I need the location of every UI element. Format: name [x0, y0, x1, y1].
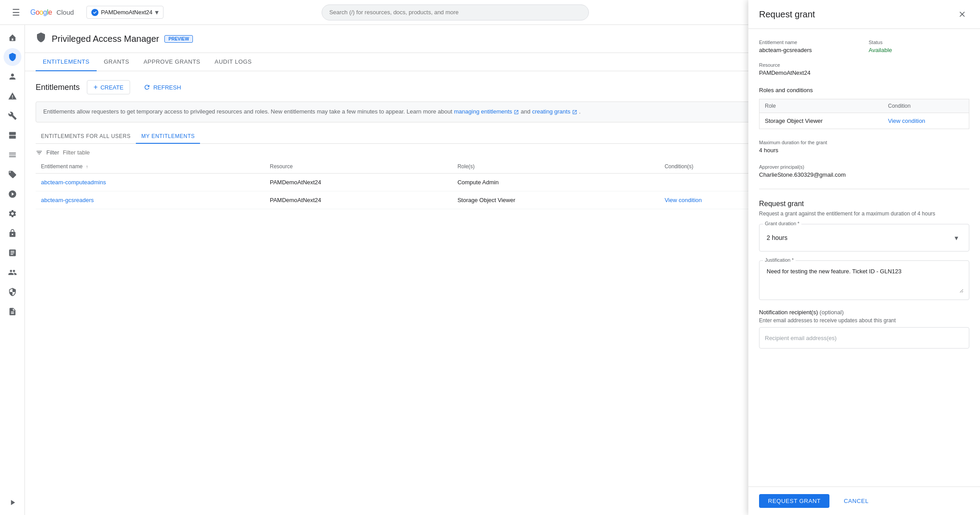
role-value: Storage Object Viewer — [760, 113, 883, 129]
row2-name: abcteam-gcsreaders — [36, 191, 265, 209]
cloud-text: Cloud — [57, 8, 74, 16]
row1-resource: PAMDemoAtNext24 — [265, 173, 452, 191]
nav-database-icon[interactable] — [4, 126, 21, 144]
nav-settings-icon[interactable] — [4, 205, 21, 223]
filter-input[interactable] — [63, 149, 138, 156]
nav-people-icon[interactable] — [4, 264, 21, 281]
request-grant-panel: Request grant Entitlement name abcteam-g… — [748, 25, 980, 515]
tab-approve-grants[interactable]: APPROVE GRANTS — [136, 53, 208, 71]
tab-audit-logs[interactable]: AUDIT LOGS — [208, 53, 259, 71]
panel-body: Entitlement name abcteam-gcsreaders Stat… — [748, 29, 980, 487]
entitlement-name-label: Entitlement name — [759, 40, 860, 45]
row1-roles: Compute Admin — [452, 173, 659, 191]
nav-logs-icon[interactable] — [4, 303, 21, 320]
preview-badge: PREVIEW — [164, 35, 193, 43]
nav-list-icon[interactable] — [4, 146, 21, 164]
managing-link[interactable]: managing entitlements — [454, 108, 519, 115]
request-form-title: Request grant — [759, 200, 969, 208]
project-dropdown-icon: ▾ — [155, 8, 159, 16]
notification-group: Notification recipient(s) (optional) Ent… — [759, 309, 969, 349]
google-cloud-logo: Google Cloud — [30, 8, 74, 16]
nav-lock-icon[interactable] — [4, 224, 21, 242]
search-bar — [322, 4, 589, 20]
notification-optional: (optional) — [820, 309, 844, 316]
justification-legend: Justification * — [763, 257, 796, 263]
project-name: PAMDemoAtNext24 — [101, 9, 152, 16]
justification-group: Justification * Need for testing the new… — [759, 260, 969, 300]
menu-icon[interactable]: ☰ — [7, 4, 25, 21]
notification-label: Notification recipient(s) — [759, 309, 818, 316]
info-and: and — [521, 108, 532, 115]
col-resource[interactable]: Resource — [265, 160, 452, 174]
roles-table: Role Condition Storage Object Viewer Vie… — [759, 99, 969, 129]
roles-table-row: Storage Object Viewer View condition — [760, 113, 969, 129]
nav-home-icon[interactable] — [4, 28, 21, 46]
info-text: Entitlements allow requesters to get tem… — [43, 108, 454, 115]
nav-alert-icon[interactable] — [4, 87, 21, 105]
nav-reports-icon[interactable] — [4, 244, 21, 262]
nav-admin-icon[interactable] — [4, 283, 21, 301]
approver-value: CharlieStone.630329@gmail.com — [759, 171, 969, 178]
notification-email-input[interactable] — [759, 327, 969, 349]
plus-icon: + — [94, 83, 98, 91]
justification-fieldset: Justification * Need for testing the new… — [759, 260, 969, 300]
max-duration-label: Maximum duration for the grant — [759, 140, 969, 145]
tab-entitlements[interactable]: ENTITLEMENTS — [36, 53, 97, 71]
project-selector[interactable]: PAMDemoAtNext24 ▾ — [86, 6, 163, 19]
col-roles[interactable]: Role(s) — [452, 160, 659, 174]
resource-value: PAMDemoAtNext24 — [759, 69, 860, 76]
nav-tools-icon[interactable] — [4, 107, 21, 125]
section-title: Entitlements — [36, 83, 80, 92]
roles-col-role: Role — [760, 99, 883, 113]
row1-name: abcteam-computeadmins — [36, 173, 265, 191]
row2-name-link[interactable]: abcteam-gcsreaders — [41, 197, 94, 203]
notification-desc: Enter email addresses to receive updates… — [759, 317, 969, 324]
cancel-button[interactable]: CANCEL — [835, 494, 878, 508]
nav-user-icon[interactable] — [4, 68, 21, 85]
notification-header: Notification recipient(s) (optional) — [759, 309, 969, 316]
meta-resource: Resource PAMDemoAtNext24 — [759, 62, 860, 76]
grant-duration-select[interactable]: 1 hour 2 hours 3 hours 4 hours — [765, 230, 964, 246]
filter-icon — [36, 149, 43, 156]
col-name-label: Entitlement name — [41, 163, 82, 170]
info-period: . — [579, 108, 581, 115]
nav-forward-icon[interactable] — [4, 185, 21, 203]
grant-duration-group: Grant duration * 1 hour 2 hours 3 hours … — [759, 224, 969, 251]
filter-label: Filter — [46, 149, 59, 156]
col-name[interactable]: Entitlement name ↑ — [36, 160, 265, 174]
nav-expand-icon[interactable] — [4, 494, 21, 511]
request-grant-button[interactable]: REQUEST GRANT — [759, 494, 829, 508]
approver-section: Approver principal(s) CharlieStone.63032… — [759, 164, 969, 178]
create-button[interactable]: + CREATE — [87, 80, 130, 94]
roles-section-title: Roles and conditions — [759, 87, 969, 93]
row2-view-condition-link[interactable]: View condition — [665, 197, 702, 203]
refresh-button[interactable]: REFRESH — [137, 81, 187, 93]
left-nav — [0, 25, 25, 515]
sub-tab-my-entitlements[interactable]: MY ENTITLEMENTS — [136, 130, 200, 144]
creating-grants-link[interactable]: creating grants — [532, 108, 577, 115]
project-icon — [91, 9, 98, 16]
condition-cell: View condition — [883, 113, 969, 129]
approver-label: Approver principal(s) — [759, 164, 969, 170]
grant-duration-select-wrapper: 1 hour 2 hours 3 hours 4 hours ▾ — [765, 230, 964, 246]
resource-label: Resource — [759, 62, 860, 68]
max-duration-value: 4 hours — [759, 147, 969, 154]
pam-shield-icon — [36, 32, 46, 45]
search-input[interactable] — [322, 4, 589, 20]
view-condition-link[interactable]: View condition — [888, 118, 926, 124]
meta-entitlement-name: Entitlement name abcteam-gcsreaders — [759, 40, 860, 53]
refresh-label: REFRESH — [153, 84, 181, 91]
row2-resource: PAMDemoAtNext24 — [265, 191, 452, 209]
panel-header: Request grant — [748, 25, 980, 29]
sub-tab-all-users[interactable]: ENTITLEMENTS FOR ALL USERS — [36, 130, 136, 144]
status-label: Status — [869, 40, 969, 45]
nav-shield-icon[interactable] — [4, 48, 21, 66]
max-duration-section: Maximum duration for the grant 4 hours — [759, 140, 969, 154]
panel-meta: Entitlement name abcteam-gcsreaders Stat… — [759, 40, 969, 76]
tab-grants[interactable]: GRANTS — [97, 53, 136, 71]
row1-name-link[interactable]: abcteam-computeadmins — [41, 179, 106, 186]
grant-duration-fieldset: Grant duration * 1 hour 2 hours 3 hours … — [759, 224, 969, 251]
nav-tag-icon[interactable] — [4, 166, 21, 183]
roles-section: Roles and conditions Role Condition Stor… — [759, 87, 969, 129]
justification-textarea[interactable]: Need for testing the new feature. Ticket… — [765, 266, 964, 293]
